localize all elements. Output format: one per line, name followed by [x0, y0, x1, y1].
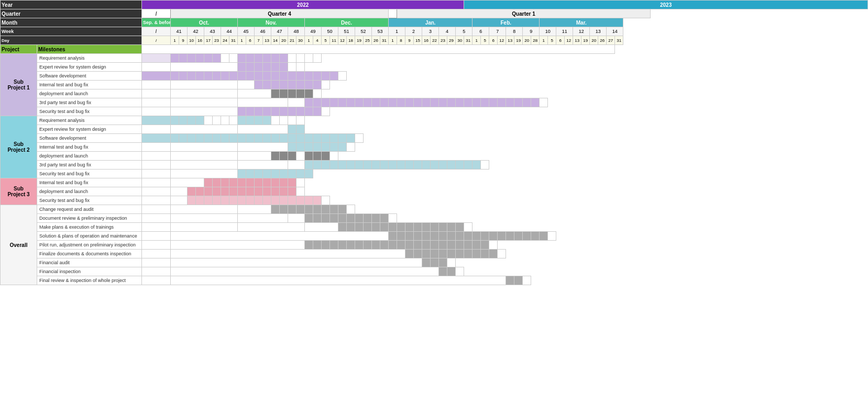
sp1-t4-oct [171, 81, 238, 89]
sp1-t7-d1 [305, 107, 313, 116]
sp3-t1-c6 [213, 178, 221, 187]
sp2-t3-d2 [313, 134, 322, 143]
ov-t5-d2 [313, 241, 322, 250]
sp3-t3-d3 [322, 196, 330, 205]
ov-t9-sep [142, 276, 171, 285]
sp2-label: SubProject 2 [1, 116, 37, 178]
ov-t5-m4 [481, 241, 489, 250]
w42: 42 [188, 27, 204, 36]
d-jan-30: 30 [456, 36, 464, 45]
sp1-t6-n16 [238, 98, 288, 107]
ov-t5-j2 [364, 241, 372, 250]
ov-t6-f3 [422, 250, 431, 258]
sp1-t6-d2 [313, 98, 322, 107]
w14: 14 [607, 27, 623, 36]
sp2-t1-c5 [204, 116, 213, 125]
w6: 6 [473, 27, 489, 36]
jan-cell: Jan. [389, 18, 473, 27]
sp1-t3-c7 [221, 72, 229, 81]
week-sep: / [142, 27, 171, 36]
ov-t3-rest [473, 223, 506, 232]
d-mar-19: 19 [581, 36, 590, 45]
sp1-t3-d5 [338, 72, 347, 81]
sp1-t7-n4 [263, 107, 271, 116]
sp2-t3-n8 [296, 134, 305, 143]
sp3-t2-n7 [288, 187, 296, 196]
sp2-t4-d5 [338, 143, 347, 152]
week-row: Week / 41 42 43 44 45 46 47 48 49 50 51 … [1, 27, 868, 36]
sp1-deploy-row: deployment and launch [1, 89, 868, 98]
ov-t4-f2 [439, 232, 447, 241]
sp2-t7-n8 [296, 170, 305, 178]
sp2-t6-j3 [389, 161, 397, 170]
week-label-cell: Week [1, 27, 142, 36]
sp2-t4-n7 [288, 143, 296, 152]
ov-t8-m3 [456, 267, 464, 276]
w2: 2 [405, 27, 422, 36]
sp2-t7-n7 [288, 170, 296, 178]
sp1-t3-c3 [188, 72, 196, 81]
sp2-t6-n78 [288, 161, 305, 170]
ov-t5-pre [171, 241, 305, 250]
sp2-task6-label: 3rd party test and bug fix [37, 161, 142, 170]
sp2-t3-c7 [221, 134, 229, 143]
sp2-t1-c7 [221, 116, 229, 125]
w41: 41 [171, 27, 188, 36]
ov-t3-d14 [305, 223, 338, 232]
sp2-t6-d3 [322, 161, 330, 170]
sp2-req-row: SubProject 2 Requirement analysis [1, 116, 868, 125]
ov-t5-j5 [389, 241, 397, 250]
w12: 12 [573, 27, 590, 36]
d-nov-21: 21 [288, 36, 296, 45]
ov-t4-m3 [514, 232, 523, 241]
sp2-t1-n2 [246, 116, 255, 125]
w53: 53 [372, 27, 389, 36]
sp1-t3-n3 [255, 72, 263, 81]
ov-t7-f3 [439, 258, 447, 267]
overall-task1-label: Change request and audit [37, 205, 142, 214]
sp2-t6-sep [142, 161, 171, 170]
ov-t9-m1 [506, 276, 514, 285]
sp1-t6-j5 [405, 98, 414, 107]
sp3-t3-c6 [213, 196, 221, 205]
ov-t4-f3 [447, 232, 456, 241]
ov-t3-d5 [338, 223, 347, 232]
ov-t5-m1 [456, 241, 464, 250]
sp3-t3-n4 [263, 196, 271, 205]
sp1-t2-n1 [238, 63, 246, 72]
ov-t2-d5 [338, 214, 347, 223]
sp1-task3-label: Software development [37, 72, 142, 81]
sp1-t6-j1 [372, 98, 380, 107]
sp1-t2-n3 [255, 63, 263, 72]
overall-task5-label: Pilot run, adjustment on preliminary ins… [37, 241, 142, 250]
sp3-t3-c3 [188, 196, 196, 205]
sp2-t4-n8 [296, 143, 305, 152]
d-feb-1: 1 [473, 36, 481, 45]
sp3-t1-c5 [204, 178, 213, 187]
ov-t1-d5 [338, 205, 347, 214]
sp2-t4-d3 [322, 143, 330, 152]
sp1-t3-c1 [171, 72, 179, 81]
d-mar-20: 20 [590, 36, 598, 45]
w48: 48 [288, 27, 305, 36]
sp2-t7-n1 [238, 170, 246, 178]
d-mar-12: 12 [565, 36, 573, 45]
ov-t4-j3 [405, 232, 414, 241]
sp1-t1-c2 [179, 54, 188, 63]
overall-task8-label: Financial inspection [37, 267, 142, 276]
sp3-t3-c4 [196, 196, 204, 205]
sp3-t1-n7 [288, 178, 296, 187]
ov-t3-f4 [464, 223, 473, 232]
sp2-t1-n5 [271, 116, 280, 125]
ov-t3-j7 [422, 223, 431, 232]
sp3-task2-label: deployment and launch [37, 187, 142, 196]
sp1-task4-label: Internal test and bug fix [37, 81, 142, 89]
nov-cell: Nov. [238, 18, 305, 27]
sp1-t5-d2 [313, 89, 322, 98]
sp1-t1-c7 [221, 54, 229, 63]
sp1-t6-m3 [540, 98, 548, 107]
sp3-t1-n3 [255, 178, 263, 187]
w4: 4 [439, 27, 456, 36]
ov-t7-pre [171, 258, 422, 267]
sp1-t5-n5 [271, 89, 280, 98]
